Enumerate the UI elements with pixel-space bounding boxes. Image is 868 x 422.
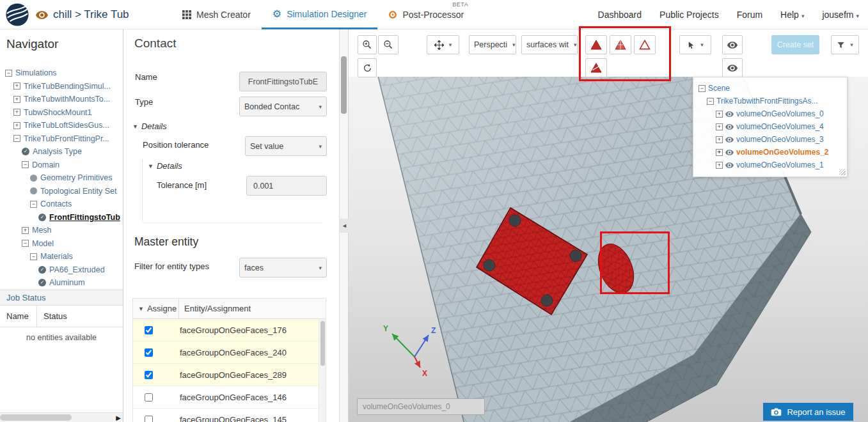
tree-item-triketubfrontfittingpr[interactable]: −TrikeTubFrontFittingPr... bbox=[0, 132, 123, 146]
collapse-icon[interactable]: − bbox=[13, 135, 20, 142]
zoom-in-button[interactable] bbox=[358, 35, 377, 54]
tab-mesh-creator[interactable]: Mesh Creator bbox=[171, 0, 262, 29]
type-select[interactable]: Bonded Contac▾ bbox=[239, 97, 327, 116]
entity-row-facegroupongeofaces-145[interactable]: faceGroupOnGeoFaces_145 bbox=[133, 409, 326, 422]
expand-icon[interactable]: + bbox=[716, 162, 723, 169]
scene-volume-volumeongeovolumes-2[interactable]: +volumeOnGeoVolumes_2 bbox=[696, 146, 844, 159]
collapse-icon[interactable]: − bbox=[22, 161, 29, 168]
tree-item-topological-entity-set[interactable]: Topological Entity Set bbox=[0, 185, 123, 198]
expand-icon[interactable]: + bbox=[716, 149, 723, 156]
select-tool-dropdown[interactable]: ▾ bbox=[679, 35, 711, 54]
expand-icon[interactable]: + bbox=[13, 82, 20, 90]
collapse-icon[interactable]: − bbox=[707, 98, 714, 105]
tree-item-materials[interactable]: −Materials bbox=[0, 250, 123, 263]
topbar: chill > Trike Tub Mesh Creator ⚙ Simulat… bbox=[0, 0, 868, 29]
tree-item-pa66-extruded[interactable]: ✓PA66_Extruded bbox=[0, 263, 123, 277]
topbar-link-dashboard[interactable]: Dashboard bbox=[598, 10, 642, 20]
tree-item-tubwshockmount1[interactable]: +TubwShockMount1 bbox=[0, 106, 123, 120]
scroll-right-arrow-icon[interactable]: ▶ bbox=[116, 413, 121, 422]
tree-item-contacts[interactable]: −Contacts bbox=[0, 198, 123, 211]
hscrollbar-handle[interactable] bbox=[0, 414, 72, 421]
scene-volume-volumeongeovolumes-4[interactable]: +volumeOnGeoVolumes_4 bbox=[696, 120, 844, 133]
isolate-button[interactable] bbox=[722, 58, 743, 77]
entity-filter-select[interactable]: faces▾ bbox=[239, 258, 327, 277]
entity-checkbox[interactable] bbox=[145, 393, 153, 402]
tree-item-mesh[interactable]: +Mesh bbox=[0, 224, 123, 237]
scene-volume-volumeongeovolumes-1[interactable]: +volumeOnGeoVolumes_1 bbox=[696, 159, 844, 171]
name-field[interactable]: FrontFittingstoTubE bbox=[239, 72, 327, 91]
tab-post-processor[interactable]: BETA Post-Processor bbox=[377, 0, 475, 29]
refresh-button[interactable] bbox=[358, 58, 377, 77]
collapse-icon[interactable]: − bbox=[5, 70, 12, 77]
collapse-icon[interactable]: − bbox=[30, 201, 37, 208]
expand-icon[interactable]: + bbox=[716, 136, 723, 143]
zoom-out-button[interactable] bbox=[378, 35, 398, 54]
entity-table-scrollbar[interactable] bbox=[319, 319, 326, 422]
topbar-link-help[interactable]: Help▾ bbox=[780, 10, 804, 20]
project-breadcrumb[interactable]: chill > Trike Tub bbox=[36, 0, 129, 29]
create-set-button[interactable]: Create set bbox=[771, 35, 819, 54]
scene-volume-volumeongeovolumes-3[interactable]: +volumeOnGeoVolumes_3 bbox=[696, 133, 844, 146]
contact-panel-scrollbar[interactable]: ◄ bbox=[339, 29, 349, 422]
show-hide-button[interactable] bbox=[722, 35, 743, 54]
tree-item-aluminum[interactable]: ✓Aluminum bbox=[0, 276, 123, 290]
collapse-icon[interactable]: − bbox=[698, 85, 706, 92]
tree-item-simulations[interactable]: −Simulations bbox=[0, 66, 123, 80]
position-tolerance-select[interactable]: Set value▾ bbox=[245, 136, 327, 156]
project-title: chill > Trike Tub bbox=[53, 8, 129, 21]
tree-item-model[interactable]: −Model bbox=[0, 237, 123, 251]
expand-icon[interactable]: + bbox=[716, 111, 723, 118]
entity-row-facegroupongeofaces-289[interactable]: faceGroupOnGeoFaces_289 bbox=[133, 364, 326, 386]
tolerance-field[interactable]: 0.001 bbox=[246, 176, 327, 196]
entity-checkbox[interactable] bbox=[145, 416, 153, 422]
collapse-icon[interactable]: − bbox=[30, 253, 37, 260]
collapse-icon[interactable]: − bbox=[22, 240, 29, 247]
funnel-icon bbox=[837, 41, 845, 49]
tree-item-geometry-primitives[interactable]: Geometry Primitives bbox=[0, 171, 123, 185]
topbar-link-forum[interactable]: Forum bbox=[737, 10, 762, 20]
scene-assembly[interactable]: − TrikeTubwithFrontFittingsAs... bbox=[696, 95, 844, 107]
tree-item-domain[interactable]: −Domain bbox=[0, 159, 123, 172]
render-mode-select[interactable]: surfaces wit▾ bbox=[521, 35, 578, 54]
topbar-link-public-projects[interactable]: Public Projects bbox=[659, 10, 719, 20]
pan-tool-dropdown[interactable]: ▾ bbox=[427, 35, 459, 54]
topbar-link-jousefm[interactable]: jousefm▾ bbox=[822, 10, 859, 20]
report-issue-button[interactable]: Report an issue bbox=[763, 403, 853, 421]
tree-item-frontfittingstotub[interactable]: ✓FrontFittingstoTub bbox=[0, 211, 123, 224]
entity-row-facegroupongeofaces-146[interactable]: faceGroupOnGeoFaces_146 bbox=[133, 386, 326, 409]
expand-icon[interactable]: + bbox=[13, 96, 20, 103]
entity-label: faceGroupOnGeoFaces_240 bbox=[180, 348, 287, 357]
chevron-down-icon: ▾ bbox=[856, 13, 859, 19]
master-entity-title: Master entity bbox=[134, 235, 198, 249]
scrollbar-handle[interactable] bbox=[341, 56, 347, 114]
expand-icon[interactable]: + bbox=[13, 122, 20, 129]
entity-row-facegroupongeofaces-176[interactable]: faceGroupOnGeoFaces_176 bbox=[133, 319, 326, 341]
expand-icon[interactable]: + bbox=[22, 227, 29, 234]
link-label: Public Projects bbox=[659, 10, 719, 20]
projection-select[interactable]: Perspecti▾ bbox=[469, 35, 516, 54]
assignee-column-header[interactable]: ▼ Assigne bbox=[133, 299, 179, 318]
triangle-down-icon: ▼ bbox=[148, 163, 154, 169]
entity-checkbox[interactable] bbox=[145, 326, 153, 334]
expand-icon[interactable]: + bbox=[716, 123, 723, 130]
entity-row-facegroupongeofaces-240[interactable]: faceGroupOnGeoFaces_240 bbox=[133, 341, 326, 364]
panel-collapse-button[interactable]: ◄ bbox=[340, 219, 349, 233]
app-logo-icon[interactable] bbox=[5, 3, 29, 29]
refresh-icon bbox=[363, 63, 372, 73]
tab-simulation-designer[interactable]: ⚙ Simulation Designer bbox=[262, 0, 378, 29]
inner-details-toggle[interactable]: ▼ Details bbox=[148, 161, 182, 171]
navigator-hscrollbar[interactable]: ▶ bbox=[0, 412, 123, 422]
expand-icon[interactable]: + bbox=[13, 109, 20, 116]
tree-item-analysis-type[interactable]: ✓Analysis Type bbox=[0, 145, 123, 159]
details-toggle[interactable]: ▼ Details bbox=[132, 121, 167, 131]
entity-filter-label: Filter for entity types bbox=[134, 262, 209, 271]
scene-volume-volumeongeovolumes-0[interactable]: +volumeOnGeoVolumes_0 bbox=[696, 107, 844, 120]
entity-checkbox[interactable] bbox=[145, 348, 153, 357]
filter-dropdown[interactable]: ▾ bbox=[831, 35, 859, 54]
tree-item-triketubbendingsimul[interactable]: +TrikeTubBendingSimul... bbox=[0, 80, 123, 93]
entity-checkbox[interactable] bbox=[145, 371, 153, 379]
tree-item-triketubwithmountsto[interactable]: +TrikeTubwithMountsTo... bbox=[0, 93, 123, 106]
scrollbar-handle[interactable] bbox=[320, 321, 325, 366]
scene-root[interactable]: − Scene bbox=[696, 82, 844, 95]
tree-item-triketubloftsidesgus[interactable]: +TrikeTubLoftSidesGus... bbox=[0, 119, 123, 132]
